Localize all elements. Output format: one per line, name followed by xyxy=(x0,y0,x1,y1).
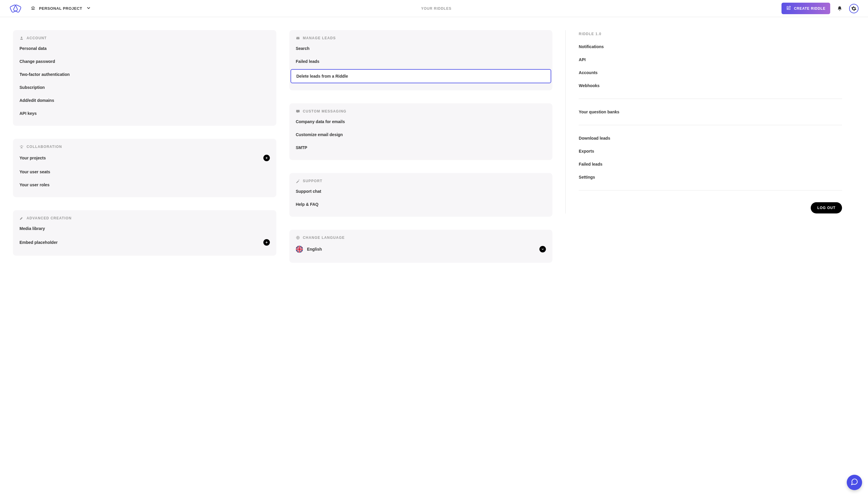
sidebar-item-media-library[interactable]: Media library xyxy=(13,222,276,235)
divider xyxy=(579,98,842,99)
sidebar-item-company-emails[interactable]: Company data for emails xyxy=(289,115,553,128)
create-riddle-button[interactable]: CREATE RIDDLE xyxy=(781,3,830,14)
link-api[interactable]: API xyxy=(579,53,842,66)
svg-point-4 xyxy=(34,7,35,8)
link-settings[interactable]: Settings xyxy=(579,171,842,184)
sidebar-item-domains[interactable]: Add/edit domains xyxy=(13,94,276,107)
svg-point-6 xyxy=(21,145,22,146)
chevron-down-icon xyxy=(539,246,546,252)
pencil-icon xyxy=(19,216,24,220)
link-failed-leads[interactable]: Failed leads xyxy=(579,158,842,171)
project-label: PERSONAL PROJECT xyxy=(39,6,82,11)
plus-icon[interactable] xyxy=(263,239,270,246)
link-notifications[interactable]: Notifications xyxy=(579,40,842,53)
sidebar-item-support-chat[interactable]: Support chat xyxy=(289,185,553,198)
link-exports[interactable]: Exports xyxy=(579,145,842,158)
sidebar-item-two-factor[interactable]: Two-factor authentication xyxy=(13,68,276,81)
card-title: CHANGE LANGUAGE xyxy=(303,236,345,240)
edit-icon xyxy=(786,5,791,11)
sidebar-item-smtp[interactable]: SMTP xyxy=(289,141,553,154)
mail-icon xyxy=(296,36,300,40)
sidebar-item-subscription[interactable]: Subscription xyxy=(13,81,276,94)
svg-point-7 xyxy=(20,146,21,147)
language-label: English xyxy=(307,247,322,251)
logout-button[interactable]: LOG OUT xyxy=(811,202,842,214)
svg-rect-9 xyxy=(296,37,299,39)
sidebar-item-projects[interactable]: Your projects xyxy=(13,151,276,165)
link-accounts[interactable]: Accounts xyxy=(579,66,842,79)
settings-button[interactable] xyxy=(849,4,858,13)
plus-icon[interactable] xyxy=(263,155,270,161)
chat-icon xyxy=(296,109,300,113)
notifications-button[interactable] xyxy=(835,4,844,13)
sidebar-item-delete-leads[interactable]: Delete leads from a Riddle xyxy=(291,69,552,83)
language-selector[interactable]: English xyxy=(289,242,553,257)
card-account: ACCOUNT Personal data Change password Tw… xyxy=(13,30,276,126)
header: PERSONAL PROJECT YOUR RIDDLES CREATE RID… xyxy=(0,0,868,17)
people-icon xyxy=(31,5,35,12)
card-title: MANAGE LEADS xyxy=(303,36,336,40)
divider xyxy=(579,190,842,190)
person-icon xyxy=(19,36,24,40)
chevron-down-icon xyxy=(86,5,91,12)
sidebar-item-api-keys[interactable]: API keys xyxy=(13,107,276,120)
left-column: ACCOUNT Personal data Change password Tw… xyxy=(13,30,276,256)
svg-point-8 xyxy=(22,146,23,147)
page-title: YOUR RIDDLES xyxy=(421,6,452,11)
card-title: SUPPORT xyxy=(303,179,322,183)
card-change-language: CHANGE LANGUAGE English xyxy=(289,230,553,263)
link-question-banks[interactable]: Your question banks xyxy=(579,105,842,119)
card-collaboration: COLLABORATION Your projects Your user se… xyxy=(13,139,276,197)
sidebar-item-customize-email[interactable]: Customize email design xyxy=(289,128,553,141)
card-title: ADVANCED CREATION xyxy=(27,216,72,220)
sidebar-item-user-seats[interactable]: Your user seats xyxy=(13,165,276,178)
sidebar-item-change-password[interactable]: Change password xyxy=(13,55,276,68)
content: ACCOUNT Personal data Change password Tw… xyxy=(0,17,868,276)
sidebar-item-failed-leads[interactable]: Failed leads xyxy=(289,55,553,68)
svg-point-5 xyxy=(21,36,22,38)
middle-column: MANAGE LEADS Search Failed leads Delete … xyxy=(289,30,553,263)
project-selector[interactable]: PERSONAL PROJECT xyxy=(31,5,91,12)
people-icon xyxy=(19,145,24,149)
card-custom-messaging: CUSTOM MESSAGING Company data for emails… xyxy=(289,103,553,160)
card-support: SUPPORT Support chat Help & FAQ xyxy=(289,173,553,217)
svg-point-3 xyxy=(31,7,32,8)
sidebar-item-help-faq[interactable]: Help & FAQ xyxy=(289,198,553,211)
header-right: CREATE RIDDLE xyxy=(781,3,858,14)
logo-icon[interactable] xyxy=(10,4,22,13)
card-title: COLLABORATION xyxy=(27,145,62,149)
globe-icon xyxy=(296,236,300,240)
link-download-leads[interactable]: Download leads xyxy=(579,132,842,145)
create-label: CREATE RIDDLE xyxy=(794,6,825,11)
header-left: PERSONAL PROJECT xyxy=(10,4,91,13)
card-title: ACCOUNT xyxy=(27,36,47,40)
wand-icon xyxy=(296,179,300,183)
sidebar-item-personal-data[interactable]: Personal data xyxy=(13,42,276,55)
card-manage-leads: MANAGE LEADS Search Failed leads Delete … xyxy=(289,30,553,90)
sidebar-item-user-roles[interactable]: Your user roles xyxy=(13,178,276,191)
link-webhooks[interactable]: Webhooks xyxy=(579,79,842,92)
card-title: CUSTOM MESSAGING xyxy=(303,109,346,113)
svg-point-2 xyxy=(32,6,34,7)
sidebar-item-search-leads[interactable]: Search xyxy=(289,42,553,55)
card-advanced-creation: ADVANCED CREATION Media library Embed pl… xyxy=(13,210,276,256)
flag-uk-icon xyxy=(296,246,303,253)
right-column: RIDDLE 1.0 Notifications API Accounts We… xyxy=(565,30,842,214)
sidebar-item-embed-placeholder[interactable]: Embed placeholder xyxy=(13,235,276,250)
right-header: RIDDLE 1.0 xyxy=(579,32,842,40)
